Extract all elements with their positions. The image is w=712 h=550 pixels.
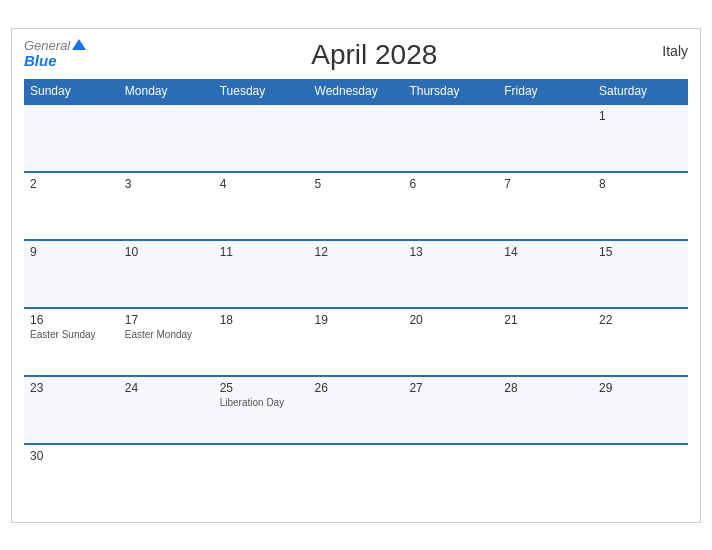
weekday-header: Thursday: [403, 79, 498, 104]
day-number: 30: [30, 449, 113, 463]
calendar-cell: 26: [309, 376, 404, 444]
calendar-cell: 18: [214, 308, 309, 376]
calendar-cell: 22: [593, 308, 688, 376]
day-number: 23: [30, 381, 113, 395]
day-number: 13: [409, 245, 492, 259]
day-number: 6: [409, 177, 492, 191]
day-number: 2: [30, 177, 113, 191]
day-number: 15: [599, 245, 682, 259]
day-event: Easter Sunday: [30, 329, 113, 340]
day-number: 21: [504, 313, 587, 327]
calendar: General Blue April 2028 Italy SundayMond…: [11, 28, 701, 523]
calendar-cell: 21: [498, 308, 593, 376]
day-number: 1: [599, 109, 682, 123]
day-number: 16: [30, 313, 113, 327]
day-event: Liberation Day: [220, 397, 303, 408]
calendar-cell: 14: [498, 240, 593, 308]
day-number: 12: [315, 245, 398, 259]
calendar-cell: 17Easter Monday: [119, 308, 214, 376]
calendar-cell: 5: [309, 172, 404, 240]
calendar-cell: 15: [593, 240, 688, 308]
day-event: Easter Monday: [125, 329, 208, 340]
calendar-week-row: 16Easter Sunday17Easter Monday1819202122: [24, 308, 688, 376]
day-number: 3: [125, 177, 208, 191]
day-number: 20: [409, 313, 492, 327]
calendar-grid: SundayMondayTuesdayWednesdayThursdayFrid…: [24, 79, 688, 512]
calendar-cell: 24: [119, 376, 214, 444]
calendar-week-row: 9101112131415: [24, 240, 688, 308]
day-number: 5: [315, 177, 398, 191]
calendar-title: April 2028: [86, 39, 662, 71]
day-number: 22: [599, 313, 682, 327]
logo: General Blue: [24, 39, 86, 70]
calendar-header: General Blue April 2028 Italy: [24, 39, 688, 71]
weekday-header-row: SundayMondayTuesdayWednesdayThursdayFrid…: [24, 79, 688, 104]
calendar-cell: 10: [119, 240, 214, 308]
calendar-cell: 9: [24, 240, 119, 308]
logo-triangle-icon: [72, 39, 86, 50]
day-number: 10: [125, 245, 208, 259]
calendar-cell: [24, 104, 119, 172]
calendar-cell: 27: [403, 376, 498, 444]
calendar-cell: 28: [498, 376, 593, 444]
logo-blue-text: Blue: [24, 53, 57, 70]
day-number: 14: [504, 245, 587, 259]
calendar-cell: 20: [403, 308, 498, 376]
calendar-cell: 6: [403, 172, 498, 240]
day-number: 19: [315, 313, 398, 327]
calendar-week-row: 1: [24, 104, 688, 172]
calendar-cell: [214, 104, 309, 172]
calendar-cell: 3: [119, 172, 214, 240]
calendar-cell: 19: [309, 308, 404, 376]
calendar-cell: 4: [214, 172, 309, 240]
calendar-cell: 23: [24, 376, 119, 444]
calendar-cell: [119, 444, 214, 512]
calendar-week-row: 30: [24, 444, 688, 512]
calendar-cell: 30: [24, 444, 119, 512]
day-number: 18: [220, 313, 303, 327]
day-number: 25: [220, 381, 303, 395]
calendar-country: Italy: [662, 39, 688, 59]
calendar-cell: [309, 444, 404, 512]
calendar-cell: 7: [498, 172, 593, 240]
weekday-header: Tuesday: [214, 79, 309, 104]
day-number: 7: [504, 177, 587, 191]
calendar-cell: 25Liberation Day: [214, 376, 309, 444]
calendar-cell: 29: [593, 376, 688, 444]
day-number: 17: [125, 313, 208, 327]
calendar-week-row: 232425Liberation Day26272829: [24, 376, 688, 444]
calendar-cell: [498, 104, 593, 172]
logo-general-text: General: [24, 39, 70, 53]
calendar-cell: [498, 444, 593, 512]
weekday-header: Wednesday: [309, 79, 404, 104]
calendar-cell: [214, 444, 309, 512]
day-number: 28: [504, 381, 587, 395]
day-number: 8: [599, 177, 682, 191]
calendar-cell: 13: [403, 240, 498, 308]
calendar-cell: 1: [593, 104, 688, 172]
day-number: 11: [220, 245, 303, 259]
day-number: 29: [599, 381, 682, 395]
weekday-header: Sunday: [24, 79, 119, 104]
calendar-cell: [403, 444, 498, 512]
calendar-cell: [403, 104, 498, 172]
calendar-cell: 12: [309, 240, 404, 308]
calendar-cell: 16Easter Sunday: [24, 308, 119, 376]
day-number: 4: [220, 177, 303, 191]
weekday-header: Friday: [498, 79, 593, 104]
weekday-header: Saturday: [593, 79, 688, 104]
calendar-cell: [119, 104, 214, 172]
calendar-cell: 2: [24, 172, 119, 240]
weekday-header: Monday: [119, 79, 214, 104]
calendar-cell: [309, 104, 404, 172]
day-number: 27: [409, 381, 492, 395]
day-number: 24: [125, 381, 208, 395]
calendar-cell: [593, 444, 688, 512]
day-number: 9: [30, 245, 113, 259]
calendar-cell: 8: [593, 172, 688, 240]
day-number: 26: [315, 381, 398, 395]
calendar-week-row: 2345678: [24, 172, 688, 240]
calendar-cell: 11: [214, 240, 309, 308]
